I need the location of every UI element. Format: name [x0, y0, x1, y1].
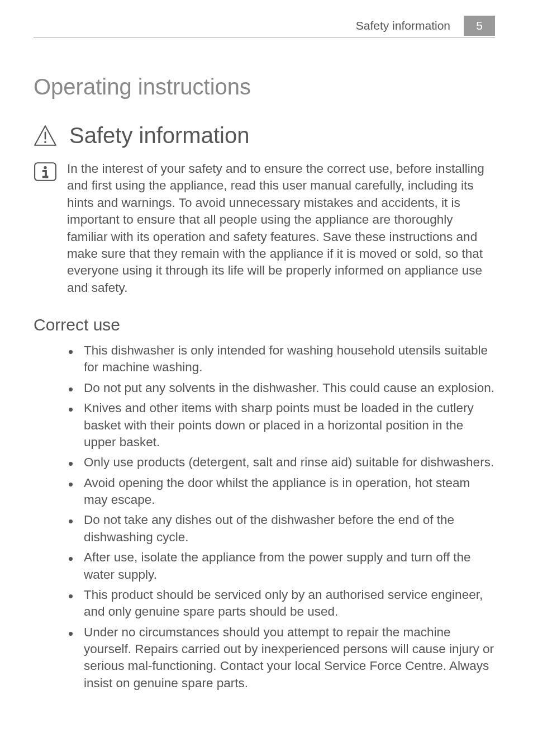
- list-item: This product should be serviced only by …: [68, 587, 495, 621]
- section-title: Safety information: [69, 123, 249, 148]
- subsection-title: Correct use: [34, 315, 495, 334]
- info-box-icon: [34, 162, 57, 182]
- section-heading-row: Safety information: [34, 123, 495, 148]
- bullet-list: This dishwasher is only intended for was…: [68, 342, 495, 692]
- page-number: 5: [476, 19, 483, 32]
- intro-paragraph: In the interest of your safety and to en…: [67, 160, 495, 296]
- list-item: Knives and other items with sharp points…: [68, 400, 495, 451]
- list-item: Do not put any solvents in the dishwashe…: [68, 380, 495, 396]
- list-item: Avoid opening the door whilst the applia…: [68, 475, 495, 509]
- header-divider: [34, 37, 495, 37]
- svg-point-3: [44, 166, 46, 169]
- list-item: This dishwasher is only intended for was…: [68, 342, 495, 376]
- header-label: Safety information: [356, 19, 450, 32]
- page-container: Safety information 5 Operating instructi…: [0, 0, 533, 692]
- info-row: In the interest of your safety and to en…: [34, 160, 495, 296]
- page-header: Safety information 5: [34, 16, 495, 36]
- list-item: After use, isolate the appliance from th…: [68, 549, 495, 583]
- list-item: Only use products (detergent, salt and r…: [68, 454, 495, 471]
- warning-triangle-icon: [34, 125, 57, 147]
- chapter-title: Operating instructions: [34, 74, 495, 100]
- page-number-box: 5: [464, 16, 495, 36]
- list-item: Do not take any dishes out of the dishwa…: [68, 512, 495, 546]
- list-item: Under no circumstances should you attemp…: [68, 624, 495, 692]
- svg-point-1: [44, 141, 46, 143]
